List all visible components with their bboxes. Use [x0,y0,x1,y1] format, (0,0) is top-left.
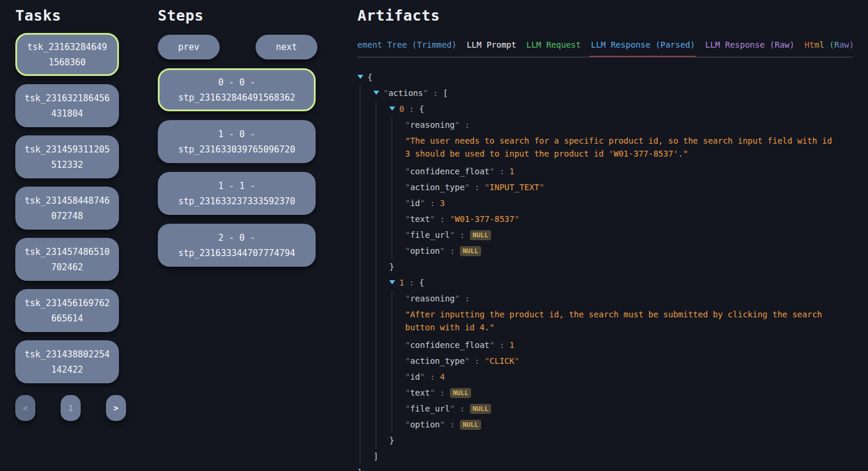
json-children: "reasoning" : "After inputting the produ… [392,291,853,433]
tasks-pagination: < 1 > [15,395,126,421]
tab-llm-prompt[interactable]: LLM Prompt [466,40,516,49]
json-children: "actions" : [0 : {"reasoning" : "The use… [360,85,853,465]
task-button[interactable]: tsk_231456169762665614 [15,289,119,332]
tab-html-raw[interactable]: Html (Raw) [804,40,853,49]
task-button[interactable]: tsk_231632846491568360 [15,33,119,76]
json-row-id: "id" : 3 [405,195,853,211]
collapse-arrow-icon[interactable] [357,75,363,79]
artifacts-tab-bar: Element Tree (Trimmed)LLM PromptLLM Requ… [357,40,853,58]
json-string-block: "After inputting the product id, the sea… [405,308,835,334]
tasks-list: tsk_231632846491568360tsk_23163218645643… [15,33,126,383]
pagination-next-button[interactable]: > [106,395,126,421]
json-row-option: "option" : NULL [405,243,853,259]
tasks-panel: Tasks tsk_231632846491568360tsk_23163218… [15,7,126,421]
step-button[interactable]: 1 - 0 - stp_231633039765096720 [158,120,316,163]
json-row-reasoning: "reasoning" : [405,117,853,133]
task-button[interactable]: tsk_231632186456431804 [15,84,119,127]
json-row-actions: "actions" : [ [373,85,853,101]
task-id-label: tsk_231632186456431804 [24,91,111,121]
tab-llm-response-raw[interactable]: LLM Response (Raw) [705,40,794,49]
json-close-row: } [357,465,853,471]
steps-panel: Steps prev next 0 - 0 - stp_231632846491… [158,7,317,267]
step-button[interactable]: 0 - 0 - stp_231632846491568362 [158,68,316,111]
json-row-file_url: "file_url" : NULL [405,227,853,243]
json-row-action_type: "action_type" : "INPUT_TEXT" [405,180,853,195]
json-row-reasoning: "reasoning" : [405,291,853,307]
null-badge: NULL [470,230,492,240]
tasks-title: Tasks [15,7,126,25]
task-id-label: tsk_231456169762665614 [24,296,111,326]
json-close-row: } [389,433,853,449]
null-badge: NULL [450,388,472,398]
json-children: 0 : {"reasoning" : "The user needs to se… [376,101,853,449]
steps-title: Steps [158,7,317,25]
task-id-label: tsk_231459311205512332 [24,142,111,173]
task-id-label: tsk_231632846491568360 [25,39,109,70]
step-id-label: 2 - 0 - stp_231633344707774794 [172,230,302,261]
collapse-arrow-icon[interactable] [389,107,395,111]
tab-llm-request[interactable]: LLM Request [526,40,581,49]
json-string-block: "The user needs to search for a specific… [405,134,835,160]
pagination-prev-button[interactable]: < [15,395,35,421]
step-id-label: 1 - 0 - stp_231633039765096720 [172,127,302,157]
steps-list: 0 - 0 - stp_2316328464915683621 - 0 - st… [158,68,317,267]
json-tree-viewer: {"actions" : [0 : {"reasoning" : "The us… [357,69,853,471]
json-children: "reasoning" : "The user needs to search … [392,117,853,259]
json-close-row: } [389,259,853,275]
steps-prev-button[interactable]: prev [158,35,220,59]
task-button[interactable]: tsk_231457486510702462 [15,238,119,281]
json-row-confidence_float: "confidence_float" : 1 [405,164,853,180]
task-button[interactable]: tsk_231458448746072748 [15,187,119,230]
json-row-1: 1 : { [389,275,853,291]
null-badge: NULL [470,404,492,414]
steps-next-button[interactable]: next [256,35,317,59]
json-row-file_url: "file_url" : NULL [405,401,853,417]
task-id-label: tsk_231457486510702462 [24,244,111,275]
collapse-arrow-icon[interactable] [373,91,379,95]
null-badge: NULL [460,246,482,256]
collapse-arrow-icon[interactable] [389,280,395,284]
task-id-label: tsk_231458448746072748 [24,193,111,224]
json-row-action_type: "action_type" : "CLICK" [405,353,853,369]
artifacts-panel: Artifacts Element Tree (Trimmed)LLM Prom… [357,7,853,471]
step-id-label: 1 - 1 - stp_231633237333592370 [172,178,302,209]
tab-element-tree-trimmed[interactable]: Element Tree (Trimmed) [357,40,456,49]
json-row-confidence_float: "confidence_float" : 1 [405,337,853,353]
json-row-id: "id" : 4 [405,369,853,385]
step-id-label: 0 - 0 - stp_231632846491568362 [174,75,300,105]
pagination-page-1-button[interactable]: 1 [61,395,81,421]
step-button[interactable]: 2 - 0 - stp_231633344707774794 [158,224,316,267]
task-id-label: tsk_231438802254142422 [24,347,111,377]
json-close-row: ] [373,449,853,465]
tab-llm-response-parsed[interactable]: LLM Response (Parsed) [591,40,695,49]
task-button[interactable]: tsk_231459311205512332 [15,135,119,178]
json-root-row: { [357,69,853,85]
json-row-text: "text" : NULL [405,385,853,401]
json-row-0: 0 : { [389,101,853,117]
json-row-option: "option" : NULL [405,417,853,433]
steps-nav: prev next [158,35,317,59]
step-button[interactable]: 1 - 1 - stp_231633237333592370 [158,172,316,215]
null-badge: NULL [460,420,482,430]
json-row-text: "text" : "W01-377-8537" [405,211,853,227]
artifacts-title: Artifacts [357,7,853,25]
task-button[interactable]: tsk_231438802254142422 [15,340,119,383]
